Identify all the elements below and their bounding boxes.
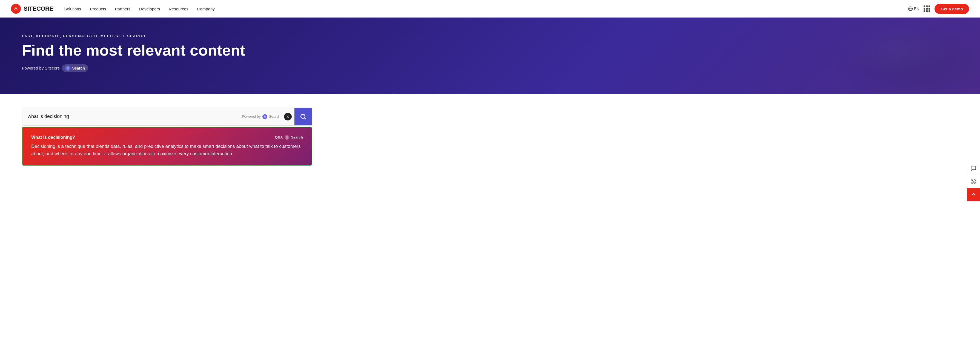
logo-icon	[11, 4, 21, 14]
chat-widget[interactable]	[967, 162, 980, 175]
hero-powered-by: Powered by Sitecore Search	[22, 64, 958, 72]
svg-point-6	[286, 136, 288, 139]
nav-resources[interactable]: Resources	[169, 6, 188, 11]
grid-menu[interactable]	[924, 5, 930, 12]
hero-eyebrow: FAST, ACCURATE, PERSONALIZED, MULTI-SITE…	[22, 34, 958, 38]
hero-search-badge: Search	[62, 64, 88, 72]
qa-result-container: What is decisioning? Q&A Search Decision…	[22, 127, 312, 166]
nav-developers[interactable]: Developers	[139, 6, 160, 11]
search-badge-icon	[65, 65, 71, 71]
cookie-widget[interactable]	[967, 175, 980, 177]
qa-badge-label: Q&A	[275, 135, 283, 139]
qa-card: What is decisioning? Q&A Search Decision…	[22, 127, 312, 165]
qa-question: What is decisioning?	[31, 135, 75, 140]
language-selector[interactable]: EN	[908, 6, 919, 11]
qa-badge-search: Search	[291, 135, 303, 139]
search-input[interactable]	[22, 109, 238, 124]
hero-section: FAST, ACCURATE, PERSONALIZED, MULTI-SITE…	[0, 17, 980, 94]
nav-links: Solutions Products Partners Developers R…	[64, 6, 215, 11]
svg-point-3	[67, 67, 69, 70]
nav-products[interactable]: Products	[90, 6, 106, 11]
search-submit-button[interactable]	[294, 108, 312, 125]
nav-left: SITECORE Solutions Products Partners Dev…	[11, 4, 215, 14]
powered-search-label: Search	[269, 114, 280, 119]
hero-search-label: Search	[72, 66, 85, 70]
logo-text: SITECORE	[24, 5, 53, 12]
powered-by-label: Powered by	[242, 114, 261, 119]
svg-point-4	[264, 115, 266, 118]
sidebar-widgets	[967, 162, 980, 177]
powered-by-text: Powered by Sitecore	[22, 66, 60, 70]
qa-answer: Decisioning is a technique that blends d…	[31, 143, 303, 157]
get-demo-button[interactable]: Get a demo	[934, 4, 969, 14]
hero-title: Find the most relevant content	[22, 42, 958, 59]
search-bar: Powered by Search	[22, 108, 312, 126]
qa-badge-icon	[285, 135, 290, 140]
svg-point-0	[13, 6, 19, 12]
logo[interactable]: SITECORE	[11, 4, 53, 14]
navigation: SITECORE Solutions Products Partners Dev…	[0, 0, 980, 17]
nav-company[interactable]: Company	[197, 6, 215, 11]
search-clear-button[interactable]	[284, 113, 292, 120]
lang-label: EN	[914, 6, 919, 11]
svg-point-1	[15, 7, 16, 8]
search-powered-by: Powered by Search	[238, 114, 284, 119]
qa-header: What is decisioning? Q&A Search	[31, 135, 303, 140]
nav-right: EN Get a demo	[908, 4, 969, 14]
nav-partners[interactable]: Partners	[115, 6, 130, 11]
search-section: Powered by Search What is deci	[0, 94, 980, 177]
search-powered-icon	[262, 114, 267, 119]
qa-badge: Q&A Search	[275, 135, 303, 140]
nav-solutions[interactable]: Solutions	[64, 6, 81, 11]
